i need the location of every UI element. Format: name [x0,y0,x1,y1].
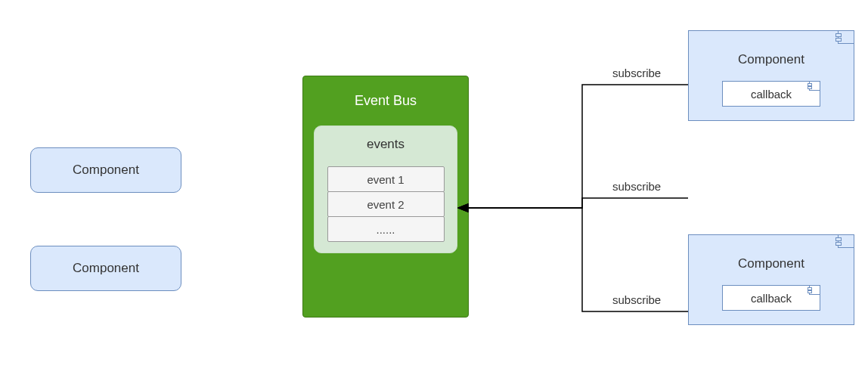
event-row-3: ...... [327,216,445,242]
event-row-2: event 2 [327,191,445,217]
event-bus: Event Bus events event 1 event 2 ...... [302,76,469,318]
event-row-1: event 1 [327,166,445,192]
edge-label-1: subscribe [612,67,661,79]
event-bus-title: Event Bus [355,93,417,109]
right-component-2-callback: callback [722,285,820,311]
events-label: events [367,137,405,152]
left-component-2-label: Component [73,261,139,276]
events-container: events event 1 event 2 ...... [314,125,457,253]
right-component-2-label: Component [738,256,804,271]
right-component-1-label: Component [738,52,804,67]
callback-label: callback [751,292,792,305]
right-component-1: Component callback [688,30,854,121]
uml-component-icon [809,81,820,91]
uml-component-icon [809,285,820,295]
edge-label-3: subscribe [612,293,661,306]
uml-component-icon [838,234,854,248]
callback-label: callback [751,88,792,101]
subscribe-arrow-2 [458,198,688,208]
left-component-1: Component [30,147,181,193]
uml-component-icon [838,30,854,44]
right-component-2: Component callback [688,234,854,325]
right-component-1-callback: callback [722,81,820,107]
edge-label-2: subscribe [612,180,661,193]
left-component-1-label: Component [73,163,139,178]
left-component-2: Component [30,246,181,291]
